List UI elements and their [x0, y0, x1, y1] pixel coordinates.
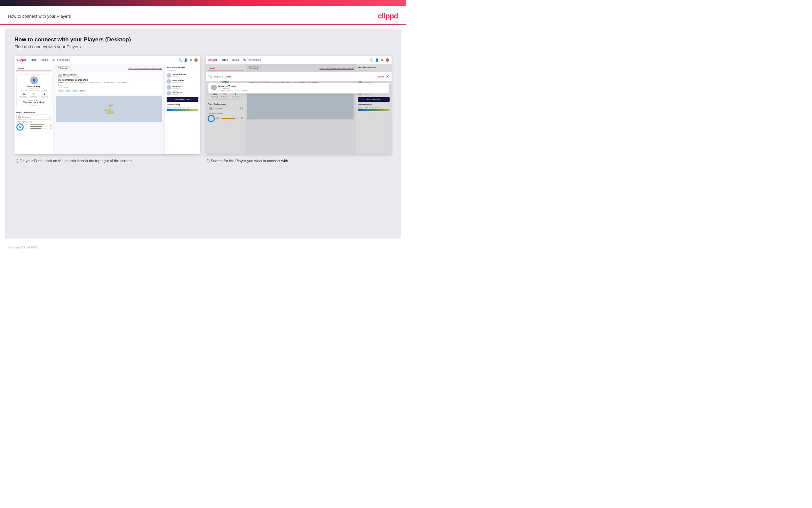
- active-player-1-2: Piers Parnell Activities: 4: [166, 79, 198, 84]
- app-body-2: Feed 👤 Blair McHarg Golf Coach Mill Ride…: [206, 64, 392, 154]
- profile-card-1: 👤 Blair McHarg Golf Coach Mill Ride Golf…: [16, 75, 51, 108]
- person-icon-2[interactable]: 👤: [375, 58, 379, 62]
- quality-label-1: Total Player Quality: [16, 121, 51, 123]
- search-bar: 🔍 Marcus Turner CLEAR ✕: [206, 72, 392, 81]
- panels: clippd Home Teams My Performance 🔍 👤 ⚙ 🟤…: [14, 56, 392, 164]
- screenshot-2: clippd Home Teams My Performance 🔍 👤 ⚙ 🟤: [206, 56, 392, 154]
- avatar-icon-2[interactable]: 🟤: [385, 58, 389, 62]
- player-select-1[interactable]: Eli Vincent ▾: [16, 115, 51, 120]
- bar-ott-1: OTT 79: [25, 124, 51, 126]
- heatmap-labels-1: -5 +5: [166, 112, 198, 113]
- latest-activity-val-1: Afternoon round of golf: [18, 101, 50, 103]
- team-dashboard-btn-1[interactable]: Team Dashboard: [166, 97, 198, 102]
- nav-myperformance-2[interactable]: My Performance: [243, 58, 261, 61]
- nav-icons-1: 🔍 👤 ⚙ 🟤: [178, 58, 198, 62]
- main-title: How to connect with your Players (Deskto…: [14, 36, 392, 43]
- tag-ott-1: OTT: [58, 90, 64, 92]
- team-heatmap-title-1: Team Heatmap: [166, 104, 198, 106]
- active-player-1-3: Hiral Pujara Activities: 3: [166, 85, 198, 90]
- app-right-1: Most Active Players Last 30 days Richard…: [164, 64, 200, 154]
- settings-icon-2[interactable]: ⚙: [381, 58, 383, 62]
- search-clear-button[interactable]: CLEAR: [377, 76, 384, 78]
- person-icon-1[interactable]: 👤: [184, 58, 188, 62]
- settings-icon-1[interactable]: ⚙: [190, 58, 192, 62]
- search-icon-1[interactable]: 🔍: [178, 58, 182, 62]
- profile-stats-1: 129 Activities 3 Followers 4 Following: [18, 93, 50, 98]
- search-result-name: Marcus Turner: [219, 85, 248, 88]
- tag-arg-1: ARG: [72, 90, 78, 92]
- search-icon-overlay: 🔍: [208, 75, 212, 78]
- nav-myperformance-1[interactable]: My Performance: [51, 58, 69, 61]
- search-input[interactable]: Marcus Turner: [214, 75, 375, 78]
- most-active-sub-1: Last 30 days: [166, 70, 198, 72]
- quality-score-1: 84 OTT 79 APP: [16, 123, 51, 131]
- logo: clippd: [378, 12, 398, 20]
- player-avatar-sm-1: [18, 116, 21, 119]
- app-nav-2: clippd Home Teams My Performance 🔍 👤 ⚙ 🟤: [206, 56, 392, 64]
- active-player-1-4: Eli Vincent Activities: 1: [166, 91, 198, 95]
- footer: Copyright Clippd 2022: [0, 243, 406, 252]
- following-badge-1[interactable]: Following ▾: [56, 66, 70, 70]
- activity-card-1: Richard Butler Yesterday · The Grove Pre…: [56, 72, 162, 94]
- latest-date-1: 27 Jul 2022: [18, 104, 50, 106]
- active-avatar-1-4: [166, 91, 171, 95]
- header: How to connect with your Players clippd: [0, 6, 406, 25]
- nav-icons-2: 🔍 👤 ⚙ 🟤: [370, 58, 389, 62]
- bar-app-1: APP 70: [25, 126, 51, 128]
- tag-app-1: APP: [65, 90, 71, 92]
- stat-activities-1: 129 Activities: [20, 93, 27, 98]
- golfer-image-1: ⛳: [56, 96, 162, 122]
- active-avatar-1-3: [166, 85, 171, 90]
- search-result-club: Cypress Point Club, United Kingdom: [219, 90, 248, 92]
- panel-1: clippd Home Teams My Performance 🔍 👤 ⚙ 🟤…: [14, 56, 200, 164]
- search-close-button[interactable]: ✕: [386, 75, 389, 79]
- active-avatar-1-2: [166, 79, 171, 84]
- search-overlay: 🔍 Marcus Turner CLEAR ✕ Marcus Turner 1.…: [206, 72, 392, 95]
- feed-tab-1[interactable]: Feed: [16, 66, 51, 71]
- main-content: How to connect with your Players (Deskto…: [5, 29, 401, 239]
- active-player-1-1: Richard Butler Activities: 7: [166, 73, 198, 78]
- player-perf-label-1: Player Performance: [16, 112, 51, 114]
- player-perf-1: Player Performance Eli Vincent ▾ Total P…: [16, 112, 51, 131]
- app-logo-2: clippd: [208, 58, 217, 62]
- app-logo-1: clippd: [17, 58, 26, 62]
- profile-name-1: Blair McHarg: [18, 85, 50, 88]
- quality-bars-1: OTT 79 APP 70: [25, 124, 51, 130]
- profile-club-1: Mill Ride Golf Club, United Kingdom: [18, 90, 50, 92]
- search-icon-2[interactable]: 🔍: [370, 58, 373, 62]
- bar-arg-1: ARG 64: [25, 128, 51, 130]
- search-avatar: [211, 85, 217, 91]
- activity-title-1: Pre Tournament Course Walk: [58, 79, 160, 81]
- control-link-1[interactable]: Control who can see your activity and da…: [128, 67, 162, 69]
- nav-teams-1[interactable]: Teams: [40, 58, 48, 61]
- chevron-down-icon-1: ▾: [49, 116, 50, 118]
- stat-following-1: 4 Following: [41, 93, 48, 98]
- caption-1: 1) On your Feed, click on the search ico…: [14, 158, 200, 164]
- app-body-1: Feed 👤 Blair McHarg Golf Coach Mill Ride…: [14, 64, 200, 154]
- app-nav-1: clippd Home Teams My Performance 🔍 👤 ⚙ 🟤: [14, 56, 200, 64]
- activity-duration-label-1: Duration: [58, 84, 160, 86]
- stat-followers-1: 3 Followers: [30, 93, 37, 98]
- activity-user-1: Richard Butler Yesterday · The Grove: [58, 74, 160, 78]
- app-center-1: Following ▾ Control who can see your act…: [54, 64, 164, 154]
- active-avatar-1-1: [166, 73, 171, 78]
- nav-teams-2[interactable]: Teams: [232, 58, 239, 61]
- user-avatar-1: [58, 74, 62, 78]
- score-circle-1: 84: [16, 123, 23, 131]
- panel-2: clippd Home Teams My Performance 🔍 👤 ⚙ 🟤: [206, 56, 392, 164]
- main-subtitle: Find and connect with your Players: [14, 44, 392, 49]
- heatmap-sub-1: Player Quality · 20 Round Trend: [166, 106, 198, 108]
- screenshot-1: clippd Home Teams My Performance 🔍 👤 ⚙ 🟤…: [14, 56, 200, 154]
- nav-home-2[interactable]: Home: [221, 58, 228, 61]
- caption-2: 2) Search for the Player you wish to con…: [206, 158, 392, 164]
- nav-home-1[interactable]: Home: [30, 58, 37, 61]
- activity-duration-1: 02 hr : 00 min: [58, 87, 160, 89]
- app-left-1: Feed 👤 Blair McHarg Golf Coach Mill Ride…: [14, 64, 54, 154]
- tag-putt-1: PUTT: [79, 90, 86, 92]
- search-result[interactable]: Marcus Turner 1.5 Handicap Cypress Point…: [208, 83, 389, 93]
- avatar-icon-1[interactable]: 🟤: [194, 58, 198, 62]
- activity-desc-1: Walking the course with my coach to buil…: [58, 81, 160, 83]
- profile-avatar-1: 👤: [30, 77, 38, 84]
- page-title: How to connect with your Players: [8, 14, 71, 19]
- following-header-1: Following ▾ Control who can see your act…: [56, 66, 162, 70]
